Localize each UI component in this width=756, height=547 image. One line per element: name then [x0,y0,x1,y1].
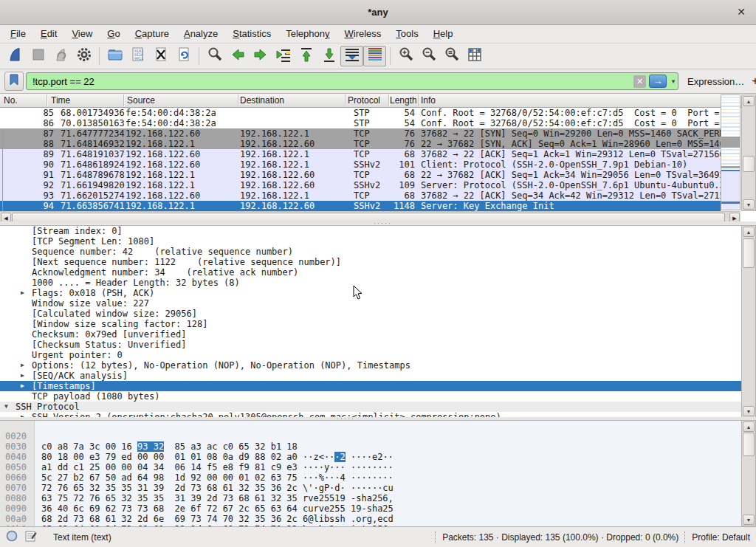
scroll-up-icon[interactable]: ▲ [743,422,755,432]
colorize-toggle[interactable] [363,46,386,66]
resize-columns-button[interactable] [463,46,486,66]
detail-line[interactable]: [Window size scaling factor: 128] [0,319,741,329]
scroll-down-icon[interactable]: ▼ [743,406,755,416]
hex-row[interactable]: 00a0 65 63 64 68 2d 73 68 61 32 2d 6e 69… [0,503,741,514]
details-vscrollbar[interactable]: ▲ ▼ [741,225,756,418]
close-icon[interactable]: ✕ [737,0,746,24]
save-file-button[interactable]: 010101100011 [126,46,149,66]
detail-line[interactable]: Acknowledgment number: 34 (relative ack … [0,267,741,278]
packet-row[interactable]: 93 71.662015274 192.168.122.60 192.168.1… [0,190,721,201]
profile-label[interactable]: Profile: Default [692,532,756,543]
filter-clear-icon[interactable]: ✕ [633,75,646,88]
detail-line[interactable]: ▼SSH Protocol [0,402,741,412]
hex-row[interactable]: 0030 80 18 00 e3 79 ed 00 00 01 01 08 0a… [0,431,741,441]
packet-row[interactable]: 89 71.648191037 192.168.122.60 192.168.1… [0,149,721,159]
hex-row[interactable]: 0070 63 75 72 76 65 32 35 35 31 39 2d 73… [0,472,741,483]
col-time[interactable]: Time [51,95,70,106]
expand-arrow-icon[interactable]: ▼ [4,402,16,412]
hex-row[interactable]: 0020 c0 a8 7a 3c 00 16 93 32 85 a3 ac c0… [0,421,741,431]
expand-arrow-icon[interactable]: ▶ [21,371,32,381]
go-forward-button[interactable] [249,46,272,66]
menu-item[interactable]: File [3,28,33,39]
packet-list-header[interactable]: No. Time Source Destination Protocol Len… [0,94,741,108]
menu-item[interactable]: Capture [128,28,176,39]
pane-splitter[interactable] [0,221,756,224]
menu-item[interactable]: Analyze [176,28,225,39]
col-no[interactable]: No. [4,95,18,106]
open-file-button[interactable] [103,46,126,66]
hex-row[interactable]: 0080 36 40 6c 69 62 73 73 68 2e 6f 72 67… [0,483,741,493]
detail-line[interactable]: Urgent pointer: 0 [0,350,741,360]
add-filter-button[interactable]: + [744,75,756,88]
filter-input[interactable] [27,76,633,87]
detail-line[interactable]: TCP payload (1080 bytes) [0,391,741,402]
auto-scroll-toggle[interactable] [340,46,363,66]
detail-line[interactable]: [Stream index: 0] [0,226,741,236]
detail-line[interactable]: ▶Flags: 0x018 (PSH, ACK) [0,288,741,298]
zoom-out-button[interactable] [417,46,440,66]
filter-history-caret-icon[interactable]: ▾ [669,78,678,85]
col-source[interactable]: Source [127,95,155,106]
zoom-reset-button[interactable] [440,46,463,66]
reload-file-button[interactable] [172,46,195,66]
detail-line[interactable]: ▶[Timestamps] [0,381,741,391]
filter-apply-icon[interactable]: → [649,75,667,88]
filter-bookmark-button[interactable] [4,72,24,91]
expand-arrow-icon[interactable]: ▶ [21,360,32,371]
capture-options-button[interactable] [72,46,95,66]
hex-vscrollbar[interactable]: ▲ ▼ [741,420,756,526]
menu-item[interactable]: View [64,28,100,39]
hex-row[interactable]: 0040 a1 dd c1 25 00 00 04 34 06 14 f5 e8… [0,441,741,452]
detail-line[interactable]: ▶Options: (12 bytes), No-Operation (NOP)… [0,360,741,371]
packet-row[interactable]: 91 71.648789678 192.168.122.1 192.168.12… [0,170,721,180]
detail-line[interactable]: [TCP Segment Len: 1080] [0,236,741,247]
menu-item[interactable]: Edit [33,28,64,39]
scroll-down-icon[interactable]: ▼ [743,515,755,525]
go-back-button[interactable] [226,46,249,66]
expert-info-button[interactable] [6,530,18,544]
restart-capture-button[interactable] [49,46,72,66]
menu-item[interactable]: Go [100,28,127,39]
expand-arrow-icon[interactable]: ▶ [21,381,32,391]
capture-comment-button[interactable] [25,530,37,544]
hex-row[interactable]: 0090 68 2d 73 68 61 32 2d 6e 69 73 74 70… [0,493,741,503]
packet-row[interactable]: 85 68.001734936 fe:54:00:d4:38:2a STP 54… [0,108,721,118]
detail-line[interactable]: Checksum: 0x79ed [unverified] [0,329,741,340]
col-destination[interactable]: Destination [240,95,284,106]
close-file-button[interactable] [149,46,172,66]
detail-line[interactable]: [Next sequence number: 1122 (relative se… [0,257,741,267]
menu-item[interactable]: Statistics [225,28,278,39]
packet-list-minimap[interactable] [721,94,740,210]
go-to-packet-button[interactable] [272,46,295,66]
menu-item[interactable]: Telephony [278,28,337,39]
detail-line[interactable]: Sequence number: 42 (relative sequence n… [0,247,741,257]
menu-item[interactable]: Help [426,28,461,39]
title-bar[interactable]: *any ✕ [0,0,756,25]
packet-row[interactable]: 92 71.661949820 192.168.122.1 192.168.12… [0,180,721,190]
col-length[interactable]: Length [390,95,416,106]
scroll-up-icon[interactable]: ▲ [743,227,755,237]
detail-line[interactable]: 1000 .... = Header Length: 32 bytes (8) [0,278,741,288]
menu-item[interactable]: Wireless [337,28,389,39]
col-info[interactable]: Info [421,95,436,106]
vscroll-thumb[interactable] [743,238,755,268]
detail-line[interactable]: ▶[SEQ/ACK analysis] [0,371,741,381]
stop-capture-button[interactable] [27,46,49,66]
expand-arrow-icon[interactable]: ▶ [21,288,32,298]
detail-line[interactable]: Window size value: 227 [0,298,741,309]
hex-row[interactable]: 0060 72 76 65 32 35 35 31 39 2d 73 68 61… [0,462,741,472]
menu-item[interactable]: Tools [388,28,425,39]
go-last-button[interactable] [317,46,340,66]
find-packet-button[interactable] [203,46,226,66]
detail-line[interactable]: [Calculated window size: 29056] [0,309,741,319]
packet-row[interactable]: 90 71.648618924 192.168.122.60 192.168.1… [0,159,721,170]
zoom-in-button[interactable] [394,46,417,66]
scroll-down-icon[interactable]: ▼ [743,199,755,210]
packet-row[interactable]: 94 71.663856741 192.168.122.1 192.168.12… [0,201,721,211]
hex-row[interactable]: 00b0 38 34 2c 65 63 64 68 2d 73 68 61 32… [0,514,741,524]
start-capture-button[interactable] [4,46,27,66]
col-protocol[interactable]: Protocol [348,95,380,106]
packet-row[interactable]: 86 70.013850163 fe:54:00:d4:38:2a STP 54… [0,118,721,128]
vscroll-thumb[interactable] [743,156,755,172]
go-first-button[interactable] [295,46,317,66]
